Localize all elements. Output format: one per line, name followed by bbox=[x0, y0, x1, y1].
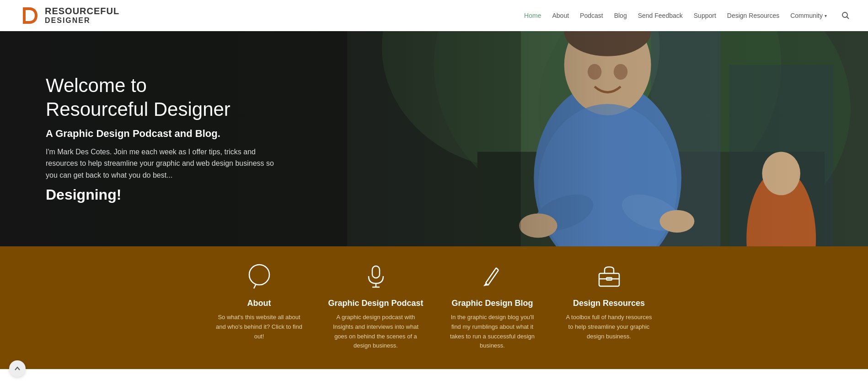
logo-link[interactable]: RESOURCEFUL DESIGNER bbox=[18, 5, 119, 27]
resources-card-desc: A toolbox full of handy resources to hel… bbox=[563, 313, 655, 341]
toolbox-icon bbox=[595, 262, 623, 290]
nav-design-resources[interactable]: Design Resources bbox=[727, 12, 779, 19]
logo-text: RESOURCEFUL DESIGNER bbox=[45, 6, 119, 25]
hero-content: Welcome to Resourceful Designer A Graphi… bbox=[0, 74, 284, 204]
nav-community-wrapper: Community ▾ bbox=[790, 12, 827, 19]
card-blog: Graphic Design Blog In the graphic desig… bbox=[439, 260, 546, 351]
svg-point-1 bbox=[842, 12, 847, 17]
svg-rect-27 bbox=[372, 266, 380, 278]
site-header: RESOURCEFUL DESIGNER Home About Podcast … bbox=[0, 0, 868, 31]
logo-icon bbox=[18, 5, 40, 27]
svg-line-26 bbox=[254, 285, 256, 288]
hero-welcome-line1: Welcome to bbox=[46, 74, 284, 97]
hero-section: Welcome to Resourceful Designer A Graphi… bbox=[0, 31, 868, 246]
svg-point-25 bbox=[249, 265, 269, 285]
nav-podcast[interactable]: Podcast bbox=[580, 12, 603, 19]
svg-line-2 bbox=[847, 17, 849, 19]
svg-marker-34 bbox=[483, 283, 488, 286]
mic-icon bbox=[362, 262, 390, 290]
nav-support[interactable]: Support bbox=[694, 12, 716, 19]
podcast-icon-wrap bbox=[360, 260, 392, 292]
nav-blog[interactable]: Blog bbox=[614, 12, 627, 19]
card-resources: Design Resources A toolbox full of handy… bbox=[555, 260, 663, 351]
blog-card-title: Graphic Design Blog bbox=[451, 299, 533, 308]
podcast-card-title: Graphic Design Podcast bbox=[328, 299, 423, 308]
resources-icon-wrap bbox=[593, 260, 625, 292]
nav-community[interactable]: Community bbox=[790, 12, 823, 19]
hero-description: I'm Mark Des Cotes. Join me each week as… bbox=[46, 146, 284, 181]
resources-card-title: Design Resources bbox=[573, 299, 645, 308]
about-icon-wrap bbox=[243, 260, 275, 292]
chat-icon bbox=[246, 262, 273, 290]
podcast-card-desc: A graphic design podcast with Insights a… bbox=[330, 313, 422, 351]
chevron-up-icon bbox=[14, 365, 21, 372]
svg-line-33 bbox=[496, 268, 498, 270]
feature-cards-grid: About So what's this website all about a… bbox=[205, 260, 663, 351]
search-button[interactable] bbox=[841, 11, 850, 20]
card-podcast: Graphic Design Podcast A graphic design … bbox=[322, 260, 429, 351]
search-icon bbox=[841, 11, 850, 20]
about-card-title: About bbox=[247, 299, 271, 308]
card-about: About So what's this website all about a… bbox=[205, 260, 313, 351]
nav-about[interactable]: About bbox=[552, 12, 569, 19]
white-footer-area bbox=[0, 369, 868, 386]
blog-card-desc: In the graphic design blog you'll find m… bbox=[447, 313, 538, 351]
pen-icon bbox=[479, 262, 506, 290]
about-card-desc: So what's this website all about and who… bbox=[214, 313, 305, 341]
scroll-top-button[interactable] bbox=[9, 360, 26, 377]
hero-cta: Designing! bbox=[46, 186, 284, 203]
blog-icon-wrap bbox=[477, 260, 509, 292]
hero-subtitle: A Graphic Design Podcast and Blog. bbox=[46, 128, 284, 140]
nav-send-feedback[interactable]: Send Feedback bbox=[638, 12, 683, 19]
hero-welcome-line2: Resourceful Designer bbox=[46, 98, 284, 121]
community-dropdown-icon: ▾ bbox=[825, 13, 827, 18]
nav-home[interactable]: Home bbox=[524, 12, 541, 19]
feature-cards-section: About So what's this website all about a… bbox=[0, 246, 868, 369]
main-nav: Home About Podcast Blog Send Feedback Su… bbox=[524, 11, 850, 20]
